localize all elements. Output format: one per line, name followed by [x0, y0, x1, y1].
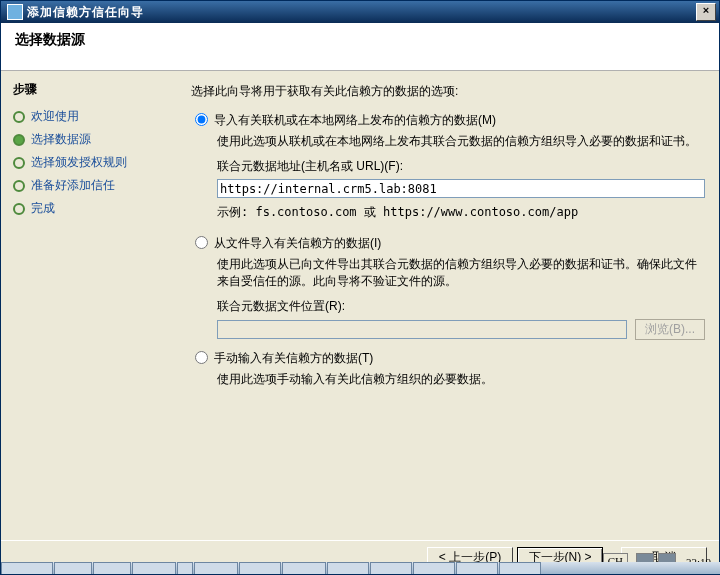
- wizard-window: 添加信赖方信任向导 × 选择数据源 步骤 欢迎使用 选择数据源 选择颁发授权规则…: [0, 0, 720, 575]
- content-pane: 选择此向导将用于获取有关此信赖方的数据的选项: 导入有关联机或在本地网络上发布的…: [183, 71, 719, 540]
- taskbar-item[interactable]: [282, 562, 326, 574]
- step-item[interactable]: 准备好添加信任: [13, 177, 177, 194]
- app-icon: [7, 4, 23, 20]
- taskbar-item[interactable]: [327, 562, 369, 574]
- taskbar-item[interactable]: [177, 562, 193, 574]
- metadata-url-input[interactable]: [217, 179, 705, 198]
- step-bullet-icon: [13, 180, 25, 192]
- radio-manual[interactable]: [195, 351, 208, 364]
- option-label: 从文件导入有关信赖方的数据(I): [214, 235, 381, 252]
- option-label: 手动输入有关信赖方的数据(T): [214, 350, 373, 367]
- wizard-body: 步骤 欢迎使用 选择数据源 选择颁发授权规则 准备好添加信任 完成: [1, 71, 719, 540]
- option-label: 导入有关联机或在本地网络上发布的信赖方的数据(M): [214, 112, 496, 129]
- step-label: 完成: [31, 200, 55, 217]
- steps-pane: 步骤 欢迎使用 选择数据源 选择颁发授权规则 准备好添加信任 完成: [1, 71, 183, 540]
- wizard-header: 选择数据源: [1, 23, 719, 71]
- taskbar-item[interactable]: [54, 562, 92, 574]
- titlebar: 添加信赖方信任向导 ×: [1, 1, 719, 23]
- taskbar-item[interactable]: [413, 562, 455, 574]
- metadata-file-label: 联合元数据文件位置(R):: [217, 298, 705, 315]
- taskbar[interactable]: [1, 562, 720, 574]
- step-label: 选择颁发授权规则: [31, 154, 127, 171]
- page-subtitle: 选择数据源: [15, 31, 705, 49]
- step-bullet-icon: [13, 157, 25, 169]
- close-button[interactable]: ×: [696, 3, 716, 21]
- taskbar-item[interactable]: [499, 562, 541, 574]
- option-import-online[interactable]: 导入有关联机或在本地网络上发布的信赖方的数据(M): [191, 112, 705, 129]
- taskbar-item[interactable]: [370, 562, 412, 574]
- metadata-file-input: [217, 320, 627, 339]
- step-label: 准备好添加信任: [31, 177, 115, 194]
- step-label: 选择数据源: [31, 131, 91, 148]
- step-item[interactable]: 选择数据源: [13, 131, 177, 148]
- radio-import-file[interactable]: [195, 236, 208, 249]
- taskbar-item[interactable]: [1, 562, 53, 574]
- taskbar-item[interactable]: [456, 562, 498, 574]
- option-manual[interactable]: 手动输入有关信赖方的数据(T): [191, 350, 705, 367]
- step-label: 欢迎使用: [31, 108, 79, 125]
- window-title: 添加信赖方信任向导: [27, 4, 695, 21]
- step-bullet-icon: [13, 203, 25, 215]
- intro-text: 选择此向导将用于获取有关此信赖方的数据的选项:: [191, 83, 705, 100]
- browse-button: 浏览(B)...: [635, 319, 705, 340]
- option-desc: 使用此选项从已向文件导出其联合元数据的信赖方组织导入必要的数据和证书。确保此文件…: [217, 256, 705, 290]
- option-import-file[interactable]: 从文件导入有关信赖方的数据(I): [191, 235, 705, 252]
- taskbar-item[interactable]: [93, 562, 131, 574]
- step-bullet-icon: [13, 134, 25, 146]
- steps-heading: 步骤: [13, 81, 177, 98]
- option-desc: 使用此选项手动输入有关此信赖方组织的必要数据。: [217, 371, 705, 388]
- option-desc: 使用此选项从联机或在本地网络上发布其联合元数据的信赖方组织导入必要的数据和证书。: [217, 133, 705, 150]
- radio-import-online[interactable]: [195, 113, 208, 126]
- metadata-url-example: 示例: fs.contoso.com 或 https://www.contoso…: [217, 204, 705, 221]
- step-bullet-icon: [13, 111, 25, 123]
- taskbar-item[interactable]: [194, 562, 238, 574]
- taskbar-item[interactable]: [132, 562, 176, 574]
- step-item[interactable]: 完成: [13, 200, 177, 217]
- taskbar-item[interactable]: [239, 562, 281, 574]
- metadata-url-label: 联合元数据地址(主机名或 URL)(F):: [217, 158, 705, 175]
- step-item[interactable]: 选择颁发授权规则: [13, 154, 177, 171]
- step-item[interactable]: 欢迎使用: [13, 108, 177, 125]
